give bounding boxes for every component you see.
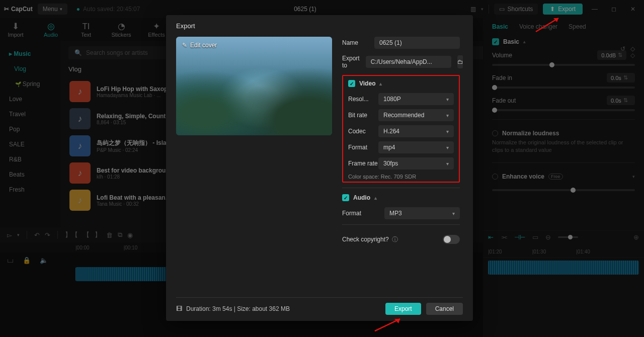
edit-cover-button[interactable]: ✎ Edit cover: [182, 42, 217, 49]
colorspace-note: Color space: Rec. 709 SDR: [348, 174, 454, 180]
codec-label: Codec: [348, 128, 366, 135]
help-icon[interactable]: ⓘ: [392, 235, 398, 244]
checkbox-icon[interactable]: ✓: [348, 80, 355, 87]
name-input[interactable]: [374, 37, 460, 49]
format-label: Format: [348, 144, 367, 151]
codec-select[interactable]: H.264▾: [378, 125, 454, 137]
folder-icon: 🗀: [457, 58, 463, 65]
cancel-button[interactable]: Cancel: [426, 303, 463, 315]
cover-preview[interactable]: ✎ Edit cover: [176, 37, 332, 135]
audio-format-select[interactable]: MP3▾: [384, 207, 460, 219]
video-section-header: ✓ Video ▴: [348, 80, 454, 87]
resolution-select[interactable]: 1080P▾: [378, 93, 454, 105]
dialog-title: Export: [176, 22, 463, 30]
name-label: Name: [342, 39, 368, 46]
pencil-icon: ✎: [182, 42, 187, 49]
exportto-label: Export to: [342, 55, 360, 69]
copyright-toggle[interactable]: [443, 235, 460, 244]
exportto-input[interactable]: [366, 56, 451, 68]
video-section-highlight: ✓ Video ▴ Resol... 1080P▾ Bit rate Recom…: [342, 75, 460, 183]
export-dialog: Export ✎ Edit cover Name Export to 🗀: [166, 15, 473, 321]
bitrate-select[interactable]: Recommended▾: [378, 109, 454, 121]
chevron-up-icon[interactable]: ▴: [379, 81, 382, 87]
audio-format-label: Format: [342, 210, 361, 217]
browse-folder-button[interactable]: 🗀: [457, 55, 463, 68]
audio-section-header: ✓ Audio ▴: [342, 194, 460, 201]
framerate-label: Frame rate: [348, 160, 378, 167]
chevron-up-icon[interactable]: ▴: [374, 195, 377, 201]
export-confirm-button[interactable]: Export: [385, 303, 421, 315]
export-duration-info: 🎞 Duration: 3m 54s | Size: about 362 MB: [176, 305, 290, 312]
resolution-label: Resol...: [348, 96, 369, 103]
framerate-select[interactable]: 30fps▾: [378, 157, 454, 170]
bitrate-label: Bit rate: [348, 112, 367, 119]
copyright-label: Check copyright?: [342, 236, 389, 243]
checkbox-icon[interactable]: ✓: [342, 194, 349, 201]
format-select[interactable]: mp4▾: [378, 141, 454, 153]
film-icon: 🎞: [176, 305, 182, 312]
